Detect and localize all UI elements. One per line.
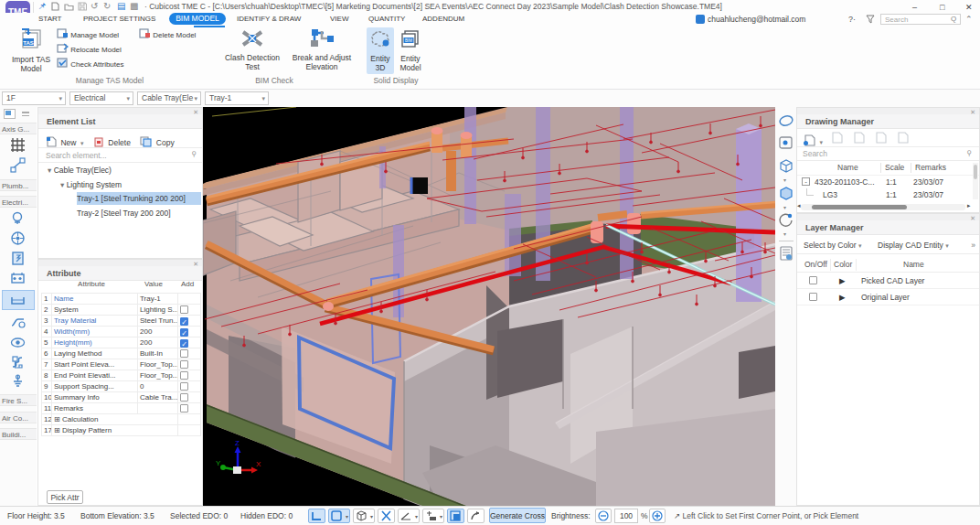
svg-text:X: X — [256, 460, 261, 468]
svg-text:BIM: BIM — [405, 38, 412, 43]
svg-text:TAS: TAS — [23, 40, 34, 46]
svg-text:Y: Y — [216, 459, 221, 467]
svg-text:Z: Z — [235, 439, 240, 447]
